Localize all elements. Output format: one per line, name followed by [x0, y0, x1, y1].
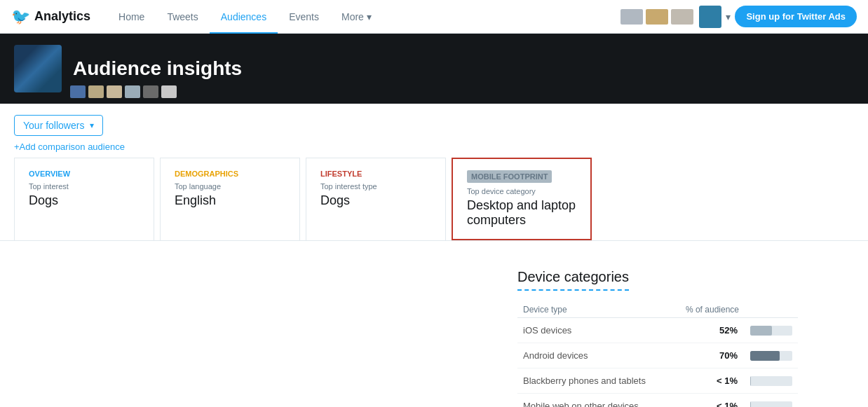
tab-lifestyle-value: Dogs [320, 193, 431, 208]
nav-avatar-1 [621, 9, 643, 25]
followers-label: Your followers [23, 120, 84, 131]
swatch-3 [107, 85, 122, 98]
nav-title: Analytics [34, 9, 90, 24]
swatch-2 [88, 85, 104, 98]
nav-tweets[interactable]: Tweets [156, 0, 209, 34]
device-bar-cell [745, 368, 798, 394]
bar-fill [750, 326, 772, 336]
tab-lifestyle-label: LIFESTYLE [320, 170, 431, 178]
tab-overview-label: OVERVIEW [29, 170, 140, 178]
device-pct: 70% [671, 343, 745, 368]
device-label: Mobile web on other devices [517, 394, 671, 408]
tab-mobile-sublabel: Top device category [467, 187, 576, 195]
profile-avatar [14, 45, 62, 92]
bar-fill [750, 351, 780, 361]
tab-overview-value: Dogs [29, 193, 140, 208]
swatch-4 [125, 85, 140, 98]
header-banner: Audience insights [0, 34, 868, 104]
device-bar-cell [745, 318, 798, 343]
nav-bar: 🐦 Analytics Home Tweets Audiences Events… [0, 0, 868, 34]
tab-demographics-sublabel: Top language [175, 182, 285, 191]
device-table: Device type % of audience iOS devices 52… [517, 302, 798, 407]
swatch-1 [70, 85, 86, 98]
tab-mobile-label: MOBILE FOOTPRINT [467, 170, 552, 183]
nav-links: Home Tweets Audiences Events More ▾ [107, 0, 383, 34]
nav-avatar-3 [671, 9, 693, 25]
swatch-6 [161, 85, 177, 98]
col-device-type: Device type [517, 302, 671, 318]
device-table-row: iOS devices 52% [517, 318, 798, 343]
device-pct: 52% [671, 318, 745, 343]
followers-chevron-icon: ▾ [90, 120, 94, 130]
bar-container [750, 401, 792, 408]
user-avatar[interactable] [699, 6, 721, 28]
device-categories-panel: Device categories Device type % of audie… [517, 269, 798, 407]
bar-fill [750, 376, 751, 386]
bar-fill [750, 401, 751, 408]
device-panel-title: Device categories [517, 269, 629, 291]
tab-overview[interactable]: OVERVIEW Top interest Dogs [14, 158, 154, 240]
page-title: Audience insights [73, 57, 242, 80]
twitter-logo: 🐦 [11, 8, 30, 26]
add-comparison-link[interactable]: +Add comparison audience [14, 142, 854, 152]
more-chevron-icon: ▾ [367, 11, 372, 22]
nav-audiences[interactable]: Audiences [210, 0, 278, 34]
col-pct-audience: % of audience [671, 302, 745, 318]
device-pct: < 1% [671, 368, 745, 394]
nav-avatar-group [621, 9, 693, 25]
tab-demographics[interactable]: DEMOGRAPHICS Top language English [160, 158, 300, 240]
device-label: Android devices [517, 343, 671, 368]
nav-avatar-2 [646, 9, 668, 25]
tab-demographics-label: DEMOGRAPHICS [175, 170, 285, 178]
tab-lifestyle[interactable]: LIFESTYLE Top interest type Dogs [306, 158, 446, 240]
swatch-5 [143, 85, 158, 98]
device-label: Blackberry phones and tablets [517, 368, 671, 394]
nav-home[interactable]: Home [107, 0, 156, 34]
bar-container [750, 351, 792, 361]
tab-mobile-value: Desktop and laptop computers [467, 198, 576, 228]
audience-section: Your followers ▾ +Add comparison audienc… [0, 104, 868, 158]
device-bar-cell [745, 394, 798, 408]
signup-button[interactable]: Sign up for Twitter Ads [735, 6, 857, 27]
tab-demographics-value: English [175, 193, 285, 208]
device-table-row: Android devices 70% [517, 343, 798, 368]
followers-dropdown[interactable]: Your followers ▾ [14, 115, 103, 136]
user-menu-caret-icon[interactable]: ▾ [726, 11, 731, 22]
device-bar-cell [745, 343, 798, 368]
bar-container [750, 326, 792, 336]
device-label: iOS devices [517, 318, 671, 343]
device-table-row: Blackberry phones and tablets < 1% [517, 368, 798, 394]
tab-lifestyle-sublabel: Top interest type [320, 182, 431, 191]
bar-container [750, 376, 792, 386]
tabs-row: OVERVIEW Top interest Dogs DEMOGRAPHICS … [0, 158, 868, 241]
tab-overview-sublabel: Top interest [29, 182, 140, 191]
tab-mobile-footprint[interactable]: MOBILE FOOTPRINT Top device category Des… [452, 158, 592, 240]
device-pct: < 1% [671, 394, 745, 408]
nav-events[interactable]: Events [278, 0, 330, 34]
device-table-row: Mobile web on other devices < 1% [517, 394, 798, 408]
color-swatches [70, 85, 177, 98]
nav-more[interactable]: More ▾ [330, 0, 383, 34]
